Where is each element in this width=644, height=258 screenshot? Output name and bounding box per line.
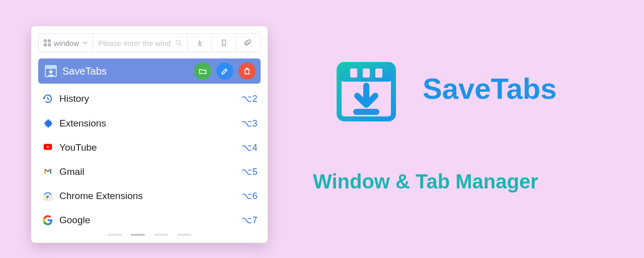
list-item-label: History	[59, 93, 242, 104]
folder-open-icon	[199, 67, 207, 75]
page-dot[interactable]	[131, 234, 145, 236]
bookmark-button[interactable]	[212, 34, 236, 52]
svg-rect-11	[350, 69, 357, 78]
svg-line-1	[180, 44, 182, 46]
svg-rect-12	[363, 69, 370, 78]
window-selector-label: window	[54, 39, 79, 47]
svg-point-0	[176, 40, 180, 44]
pagination-dots	[38, 232, 261, 236]
download-icon	[196, 39, 204, 47]
search-icon	[175, 39, 182, 47]
list-item-shortcut: ⌥4	[242, 142, 258, 153]
search-cell	[93, 34, 188, 52]
list-item-label: Extensions	[59, 118, 242, 129]
list-item-shortcut: ⌥5	[242, 166, 258, 177]
hero-savetabs-icon	[336, 61, 396, 122]
list-item-shortcut: ⌥6	[242, 190, 258, 202]
list-item[interactable]: Gmail ⌥5	[38, 159, 261, 183]
chevron-down-icon	[83, 40, 88, 45]
list-item[interactable]: History ⌥2	[38, 87, 261, 111]
list-item-label: YouTube	[59, 142, 242, 153]
svg-point-8	[47, 197, 48, 198]
attach-button[interactable]	[236, 34, 260, 52]
hero-subtitle: Window & Tab Manager	[313, 170, 538, 193]
list-item[interactable]: Chrome Extensions ⌥6	[38, 183, 261, 208]
youtube-icon	[42, 142, 53, 153]
list-item-label: Gmail	[59, 166, 242, 177]
trash-icon	[243, 67, 251, 75]
page-dot[interactable]	[177, 234, 191, 236]
hero-title: SaveTabs	[423, 72, 557, 105]
list-item-shortcut: ⌥3	[242, 118, 258, 129]
history-icon	[42, 93, 53, 104]
open-folder-button[interactable]	[194, 62, 211, 80]
page-dot[interactable]	[108, 234, 122, 236]
svg-rect-3	[45, 66, 56, 69]
delete-button[interactable]	[238, 62, 256, 80]
list-item-shortcut: ⌥7	[242, 215, 258, 226]
page-dot[interactable]	[154, 234, 168, 236]
extension-popup-panel: window	[31, 26, 268, 243]
savetabs-icon	[44, 64, 57, 78]
list-item[interactable]: Extensions ⌥3	[38, 111, 261, 135]
windows-icon	[44, 39, 51, 46]
edit-button[interactable]	[216, 62, 233, 80]
search-input[interactable]	[98, 39, 172, 47]
bookmark-icon	[220, 39, 228, 47]
download-button[interactable]	[188, 34, 212, 52]
active-session-title: SaveTabs	[62, 66, 189, 77]
list-item[interactable]: Google ⌥7	[38, 208, 261, 232]
pencil-icon	[221, 67, 229, 75]
active-session-row[interactable]: SaveTabs	[38, 58, 261, 84]
toolbar: window	[38, 33, 261, 52]
puzzle-icon	[42, 118, 53, 129]
chrome-web-store-icon	[42, 190, 53, 202]
svg-rect-13	[375, 69, 382, 78]
list-item[interactable]: YouTube ⌥4	[38, 135, 261, 159]
google-icon	[42, 215, 53, 226]
paperclip-icon	[244, 39, 252, 47]
gmail-icon	[42, 166, 53, 177]
window-selector[interactable]: window	[39, 34, 93, 52]
list-item-label: Google	[59, 215, 242, 226]
tab-list: History ⌥2 Extensions ⌥3 YouTube ⌥4	[38, 84, 261, 232]
list-item-label: Chrome Extensions	[59, 190, 242, 202]
list-item-shortcut: ⌥2	[242, 93, 258, 104]
